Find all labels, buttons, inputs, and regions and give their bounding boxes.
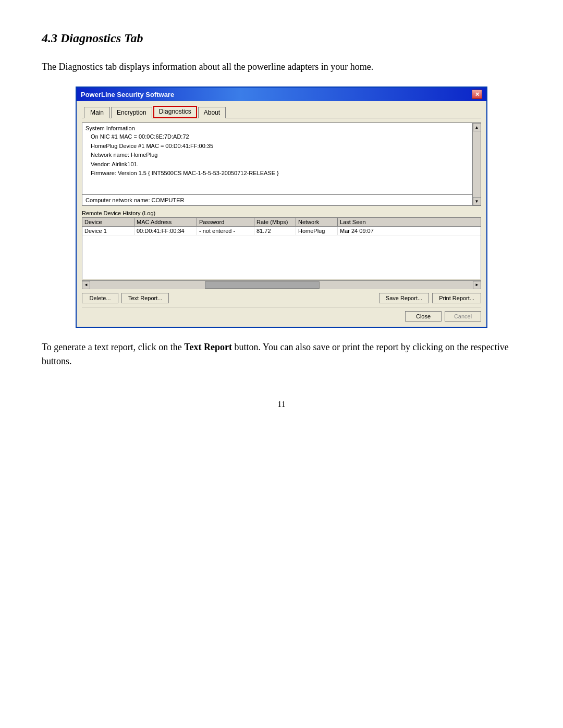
col-rate: Rate (Mbps) bbox=[254, 218, 296, 226]
page-number: 11 bbox=[42, 400, 521, 409]
row-rate: 81.72 bbox=[254, 227, 296, 235]
tab-about[interactable]: About bbox=[198, 107, 226, 118]
sysinfo-line-4: Vendor: Airlink101. bbox=[91, 160, 478, 169]
description-text: The Diagnostics tab displays information… bbox=[42, 60, 521, 74]
tab-diagnostics[interactable]: Diagnostics bbox=[153, 106, 197, 118]
hscroll-thumb[interactable] bbox=[205, 281, 320, 289]
sysinfo-line-2: HomePlug Device #1 MAC = 00:D0:41:FF:00:… bbox=[91, 142, 478, 151]
page-title: 4.3 Diagnostics Tab bbox=[42, 31, 521, 45]
network-name: Computer network name: COMPUTER bbox=[82, 194, 472, 205]
print-report-button[interactable]: Print Report... bbox=[432, 293, 481, 303]
col-mac: MAC Address bbox=[134, 218, 197, 226]
sysinfo-label: System Information bbox=[82, 123, 481, 132]
hscroll-track[interactable] bbox=[90, 281, 473, 289]
description2-text: To generate a text report, click on the … bbox=[42, 340, 521, 368]
row-mac: 00:D0:41:FF:00:34 bbox=[134, 227, 197, 235]
action-buttons: Delete... Text Report... Save Report... … bbox=[82, 293, 481, 303]
scroll-track bbox=[473, 131, 481, 197]
sysinfo-group: System Information On NIC #1 MAC = 00:0C… bbox=[82, 122, 481, 206]
sysinfo-line-1: On NIC #1 MAC = 00:0C:6E:7D:AD:72 bbox=[91, 132, 478, 142]
row-device: Device 1 bbox=[82, 227, 134, 235]
col-last-seen: Last Seen bbox=[338, 218, 390, 226]
dialog-title: PowerLine Security Software bbox=[81, 91, 174, 98]
tab-bar: Main Encryption Diagnostics About bbox=[82, 105, 481, 118]
dialog-window: PowerLine Security Software ✕ Main Encry… bbox=[76, 87, 487, 328]
save-report-button[interactable]: Save Report... bbox=[379, 293, 429, 303]
col-device: Device bbox=[82, 218, 134, 226]
delete-button[interactable]: Delete... bbox=[82, 293, 118, 303]
table-row: Device 1 00:D0:41:FF:00:34 - not entered… bbox=[82, 227, 481, 236]
close-cancel-row: Close Cancel bbox=[82, 307, 481, 322]
device-history-table: Device MAC Address Password Rate (Mbps) … bbox=[82, 217, 481, 279]
dialog-titlebar: PowerLine Security Software ✕ bbox=[77, 88, 486, 101]
history-label: Remote Device History (Log) bbox=[82, 210, 481, 216]
dialog-content: Main Encryption Diagnostics About System… bbox=[77, 101, 486, 327]
horizontal-scrollbar[interactable]: ◄ ► bbox=[82, 280, 481, 289]
table-body: Device 1 00:D0:41:FF:00:34 - not entered… bbox=[82, 227, 481, 279]
text-report-button[interactable]: Text Report... bbox=[121, 293, 169, 303]
cancel-button[interactable]: Cancel bbox=[445, 311, 481, 322]
row-network: HomePlug bbox=[296, 227, 338, 235]
table-header: Device MAC Address Password Rate (Mbps) … bbox=[82, 218, 481, 227]
tab-main[interactable]: Main bbox=[84, 107, 110, 118]
sysinfo-line-3: Network name: HomePlug bbox=[91, 151, 478, 160]
tab-encryption[interactable]: Encryption bbox=[111, 107, 152, 118]
col-password: Password bbox=[197, 218, 254, 226]
sysinfo-line-5: Firmware: Version 1.5 { INT5500CS MAC-1-… bbox=[91, 169, 478, 178]
sysinfo-content: On NIC #1 MAC = 00:0C:6E:7D:AD:72 HomePl… bbox=[82, 132, 481, 181]
row-last-seen: Mar 24 09:07 bbox=[338, 227, 390, 235]
close-window-button[interactable]: ✕ bbox=[472, 90, 482, 99]
hscroll-right-button[interactable]: ► bbox=[473, 281, 481, 289]
col-network: Network bbox=[296, 218, 338, 226]
scroll-down-button[interactable]: ▼ bbox=[473, 197, 481, 205]
sysinfo-scrollbar[interactable]: ▲ ▼ bbox=[472, 123, 481, 205]
hscroll-left-button[interactable]: ◄ bbox=[82, 281, 90, 289]
row-password: - not entered - bbox=[197, 227, 254, 235]
scroll-up-button[interactable]: ▲ bbox=[473, 123, 481, 131]
close-button[interactable]: Close bbox=[405, 311, 442, 322]
